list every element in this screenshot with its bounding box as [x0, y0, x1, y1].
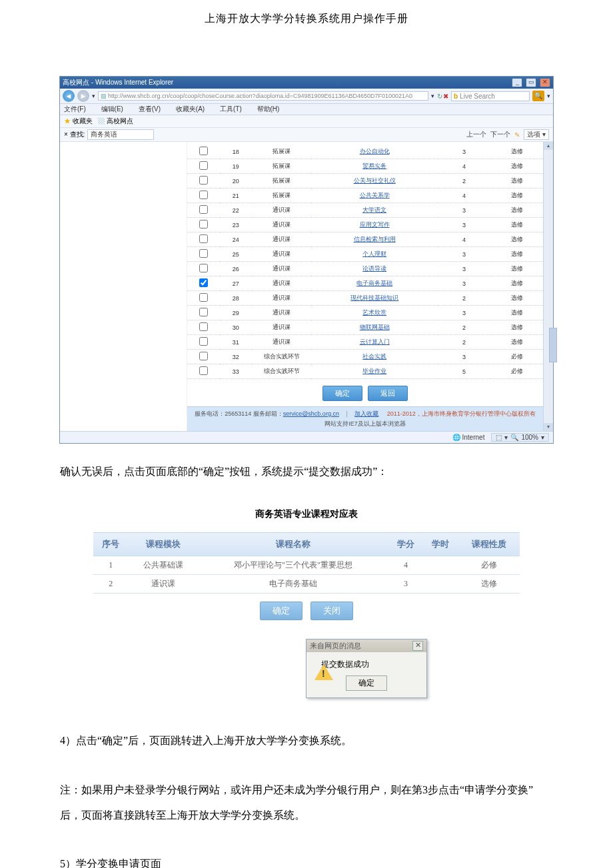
m-no: 1	[93, 556, 128, 574]
dropdown-icon[interactable]: ▾	[92, 93, 95, 99]
find-prev[interactable]: 上一个	[466, 130, 486, 139]
footer-fav-link[interactable]: 加入收藏	[354, 410, 378, 417]
row-checkbox[interactable]	[199, 191, 208, 199]
ie-titlebar: 高校网点 - Windows Internet Explorer _ ▭ ✕	[60, 77, 553, 89]
course-link[interactable]: 贸易实务	[362, 163, 386, 169]
row-no: 25	[220, 247, 253, 262]
submit-button[interactable]: 确定	[322, 386, 362, 401]
favorites-button[interactable]: ★ 收藏夹	[64, 117, 93, 126]
bing-icon: b	[454, 93, 458, 100]
course-link[interactable]: 应用文写作	[360, 221, 390, 228]
mapping-table-title: 商务英语专业课程对应表	[93, 508, 520, 520]
row-checkbox[interactable]	[199, 366, 208, 375]
row-checkbox[interactable]	[199, 322, 208, 331]
search-button[interactable]: 🔍	[532, 91, 544, 101]
course-link[interactable]: 现代科技基础知识	[350, 294, 398, 301]
alert-ok-button[interactable]: 确定	[346, 675, 387, 691]
find-input[interactable]: 商务英语	[87, 129, 154, 140]
row-checkbox[interactable]	[199, 161, 208, 170]
address-bar[interactable]: ▧ http://www.shcb.org.cn/coop/coop/chose…	[98, 91, 428, 101]
row-nature: 选修	[490, 232, 543, 247]
highlight-icon[interactable]: ✎	[514, 131, 520, 139]
course-link[interactable]: 电子商务基础	[356, 280, 392, 286]
find-options[interactable]: 选项 ▾	[524, 129, 549, 140]
find-next[interactable]: 下一个	[490, 130, 510, 139]
course-link[interactable]: 毕业作业	[362, 368, 386, 374]
row-checkbox[interactable]	[199, 205, 208, 214]
scroll-up-icon[interactable]: ▴	[544, 142, 553, 150]
globe-icon: 🌐	[452, 434, 460, 441]
row-checkbox[interactable]	[199, 220, 208, 228]
mapping-ok-button[interactable]: 确定	[260, 602, 303, 620]
fav-item[interactable]: ▧ 高校网点	[98, 117, 133, 126]
course-link[interactable]: 云计算入门	[360, 338, 390, 345]
row-nature: 选修	[490, 320, 543, 335]
row-checkbox[interactable]	[199, 293, 208, 302]
menu-tools[interactable]: 工具(T)	[220, 105, 249, 113]
search-box[interactable]: b Live Search	[451, 91, 530, 101]
row-checkbox[interactable]	[199, 337, 208, 346]
back-button-form[interactable]: 返回	[368, 386, 408, 401]
menu-edit[interactable]: 编辑(E)	[101, 105, 130, 113]
mapping-close-button[interactable]: 关闭	[310, 602, 353, 620]
footer-mail-link[interactable]: service@shcb.org.cn	[283, 410, 339, 417]
row-checkbox[interactable]	[199, 264, 208, 272]
alert-close-icon[interactable]: ✕	[412, 641, 423, 651]
menu-favorites[interactable]: 收藏夹(A)	[176, 105, 211, 113]
row-checkbox[interactable]	[199, 352, 208, 360]
row-name: 信息检索与利用	[311, 232, 438, 247]
course-link[interactable]: 物联网基础	[360, 324, 390, 330]
menu-view[interactable]: 查看(V)	[139, 105, 167, 113]
scroll-thumb[interactable]	[549, 328, 557, 362]
menu-file[interactable]: 文件(F)	[64, 105, 93, 113]
row-no: 20	[220, 174, 253, 189]
course-row: 32综合实践环节社会实践3必修	[187, 350, 543, 364]
m-credit: 4	[388, 556, 423, 574]
m-name: 邓小平理论与"三个代表"重要思想	[198, 556, 388, 574]
course-link[interactable]: 艺术欣赏	[362, 309, 386, 316]
row-checkbox[interactable]	[199, 249, 208, 258]
row-checkbox[interactable]	[199, 278, 208, 287]
course-link[interactable]: 公共关系学	[360, 192, 390, 199]
menu-help[interactable]: 帮助(H)	[257, 105, 287, 113]
zoom-control[interactable]: ⬚▾ 🔍 100%▾	[491, 433, 549, 442]
th-credit: 学分	[388, 532, 423, 556]
row-type: 通识课	[252, 276, 311, 291]
search-dropdown-icon[interactable]: ▾	[547, 93, 550, 99]
row-checkbox[interactable]	[199, 308, 208, 316]
row-name: 办公自动化	[311, 145, 438, 159]
th-module: 课程模块	[128, 532, 198, 556]
course-link[interactable]: 个人理财	[362, 250, 386, 257]
minimize-icon[interactable]: _	[512, 78, 522, 87]
close-icon[interactable]: ✕	[540, 78, 550, 87]
row-name: 应用文写作	[311, 218, 438, 232]
row-no: 23	[220, 218, 253, 232]
course-link[interactable]: 办公自动化	[360, 148, 390, 155]
scroll-down-icon[interactable]: ▾	[544, 423, 553, 431]
forward-button[interactable]: ►	[77, 90, 89, 102]
stop-icon[interactable]: ✖	[443, 93, 448, 100]
course-link[interactable]: 大学语文	[362, 207, 386, 213]
th-nature: 课程性质	[458, 532, 520, 556]
course-link[interactable]: 社会实践	[362, 353, 386, 360]
refresh-icon[interactable]: ↻	[437, 93, 442, 100]
course-link[interactable]: 公关与社交礼仪	[354, 177, 396, 184]
maximize-icon[interactable]: ▭	[526, 78, 536, 87]
m-module: 公共基础课	[128, 556, 198, 574]
scrollbar[interactable]: ▴ ▾	[543, 142, 553, 431]
url-dropdown-icon[interactable]: ▾	[431, 93, 434, 99]
row-checkbox[interactable]	[199, 176, 208, 185]
course-link[interactable]: 信息检索与利用	[354, 236, 396, 242]
back-button[interactable]: ◄	[63, 90, 75, 102]
row-type: 通识课	[252, 306, 311, 320]
row-credit: 2	[438, 320, 490, 335]
row-name: 云计算入门	[311, 335, 438, 350]
find-bar: × 查找: 商务英语 上一个 下一个 ✎ 选项 ▾	[60, 128, 553, 142]
row-credit: 4	[438, 232, 490, 247]
row-checkbox[interactable]	[199, 147, 208, 155]
row-name: 大学语文	[311, 203, 438, 218]
course-row: 20拓展课公关与社交礼仪2选修	[187, 174, 543, 189]
row-checkbox[interactable]	[199, 234, 208, 243]
course-link[interactable]: 论语导读	[362, 265, 386, 272]
course-row: 19拓展课贸易实务4选修	[187, 159, 543, 174]
